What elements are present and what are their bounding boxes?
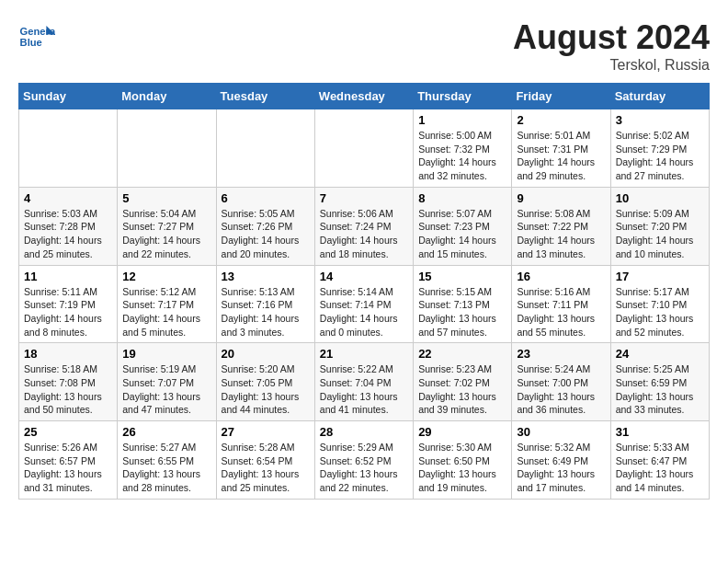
day-number: 2 xyxy=(517,113,605,127)
calendar-cell: 26Sunrise: 5:27 AMSunset: 6:55 PMDayligh… xyxy=(118,421,216,500)
calendar-week-3: 11Sunrise: 5:11 AMSunset: 7:19 PMDayligh… xyxy=(19,265,710,343)
weekday-header-friday: Friday xyxy=(512,84,610,109)
calendar-cell: 3Sunrise: 5:02 AMSunset: 7:29 PMDaylight… xyxy=(610,109,709,188)
day-number: 21 xyxy=(320,347,408,361)
calendar-cell: 9Sunrise: 5:08 AMSunset: 7:22 PMDaylight… xyxy=(512,187,610,265)
day-number: 18 xyxy=(24,347,112,361)
day-info: Sunrise: 5:15 AMSunset: 7:13 PMDaylight:… xyxy=(418,285,506,339)
weekday-row: SundayMondayTuesdayWednesdayThursdayFrid… xyxy=(19,84,710,109)
day-info: Sunrise: 5:07 AMSunset: 7:23 PMDaylight:… xyxy=(418,207,506,261)
day-number: 31 xyxy=(616,425,704,439)
title-block: August 2024 Terskol, Russia xyxy=(513,18,710,74)
day-info: Sunrise: 5:29 AMSunset: 6:52 PMDaylight:… xyxy=(320,441,408,495)
day-number: 13 xyxy=(222,270,310,283)
day-number: 12 xyxy=(122,270,210,283)
day-number: 30 xyxy=(517,425,605,439)
day-info: Sunrise: 5:09 AMSunset: 7:20 PMDaylight:… xyxy=(616,207,704,261)
day-number: 27 xyxy=(222,425,310,439)
day-info: Sunrise: 5:27 AMSunset: 6:55 PMDaylight:… xyxy=(122,441,210,495)
calendar-cell xyxy=(118,109,216,188)
calendar-cell: 29Sunrise: 5:30 AMSunset: 6:50 PMDayligh… xyxy=(414,421,512,500)
day-number: 7 xyxy=(320,191,408,205)
day-info: Sunrise: 5:24 AMSunset: 7:00 PMDaylight:… xyxy=(517,362,605,417)
day-info: Sunrise: 5:01 AMSunset: 7:31 PMDaylight:… xyxy=(517,129,605,183)
day-info: Sunrise: 5:00 AMSunset: 7:32 PMDaylight:… xyxy=(418,129,506,183)
day-number: 17 xyxy=(616,270,704,283)
day-info: Sunrise: 5:18 AMSunset: 7:08 PMDaylight:… xyxy=(24,362,112,417)
day-info: Sunrise: 5:22 AMSunset: 7:04 PMDaylight:… xyxy=(320,362,408,417)
day-info: Sunrise: 5:08 AMSunset: 7:22 PMDaylight:… xyxy=(517,207,605,261)
day-info: Sunrise: 5:16 AMSunset: 7:11 PMDaylight:… xyxy=(517,285,605,339)
day-info: Sunrise: 5:02 AMSunset: 7:29 PMDaylight:… xyxy=(616,129,704,183)
calendar-cell: 18Sunrise: 5:18 AMSunset: 7:08 PMDayligh… xyxy=(19,343,118,421)
day-info: Sunrise: 5:12 AMSunset: 7:17 PMDaylight:… xyxy=(122,285,210,339)
logo-icon: General Blue xyxy=(18,18,55,55)
calendar-cell: 2Sunrise: 5:01 AMSunset: 7:31 PMDaylight… xyxy=(512,109,610,188)
calendar-cell: 5Sunrise: 5:04 AMSunset: 7:27 PMDaylight… xyxy=(118,187,216,265)
month-year: August 2024 xyxy=(513,18,710,57)
day-info: Sunrise: 5:25 AMSunset: 6:59 PMDaylight:… xyxy=(616,362,704,417)
calendar-cell: 14Sunrise: 5:14 AMSunset: 7:14 PMDayligh… xyxy=(314,265,413,343)
calendar-cell: 11Sunrise: 5:11 AMSunset: 7:19 PMDayligh… xyxy=(19,265,118,343)
day-number: 6 xyxy=(222,191,310,205)
day-info: Sunrise: 5:30 AMSunset: 6:50 PMDaylight:… xyxy=(418,441,506,495)
calendar-cell: 15Sunrise: 5:15 AMSunset: 7:13 PMDayligh… xyxy=(414,265,512,343)
location: Terskol, Russia xyxy=(513,57,710,74)
weekday-header-sunday: Sunday xyxy=(19,84,118,109)
calendar-cell: 6Sunrise: 5:05 AMSunset: 7:26 PMDaylight… xyxy=(216,187,314,265)
day-number: 26 xyxy=(122,425,210,439)
day-number: 22 xyxy=(418,347,506,361)
calendar-cell: 16Sunrise: 5:16 AMSunset: 7:11 PMDayligh… xyxy=(512,265,610,343)
day-info: Sunrise: 5:33 AMSunset: 6:47 PMDaylight:… xyxy=(616,441,704,495)
day-number: 15 xyxy=(418,270,506,283)
day-number: 10 xyxy=(616,191,704,205)
calendar-cell: 25Sunrise: 5:26 AMSunset: 6:57 PMDayligh… xyxy=(19,421,118,500)
day-number: 4 xyxy=(24,191,112,205)
calendar-cell: 10Sunrise: 5:09 AMSunset: 7:20 PMDayligh… xyxy=(610,187,709,265)
day-info: Sunrise: 5:26 AMSunset: 6:57 PMDaylight:… xyxy=(24,441,112,495)
calendar-cell: 1Sunrise: 5:00 AMSunset: 7:32 PMDaylight… xyxy=(414,109,512,188)
calendar-cell xyxy=(216,109,314,188)
calendar-cell: 23Sunrise: 5:24 AMSunset: 7:00 PMDayligh… xyxy=(512,343,610,421)
day-info: Sunrise: 5:23 AMSunset: 7:02 PMDaylight:… xyxy=(418,362,506,417)
day-number: 29 xyxy=(418,425,506,439)
calendar-header: SundayMondayTuesdayWednesdayThursdayFrid… xyxy=(19,84,710,109)
day-info: Sunrise: 5:11 AMSunset: 7:19 PMDaylight:… xyxy=(24,285,112,339)
calendar-cell: 13Sunrise: 5:13 AMSunset: 7:16 PMDayligh… xyxy=(216,265,314,343)
day-info: Sunrise: 5:04 AMSunset: 7:27 PMDaylight:… xyxy=(122,207,210,261)
calendar-cell: 24Sunrise: 5:25 AMSunset: 6:59 PMDayligh… xyxy=(610,343,709,421)
day-number: 19 xyxy=(122,347,210,361)
day-info: Sunrise: 5:05 AMSunset: 7:26 PMDaylight:… xyxy=(222,207,310,261)
calendar-cell: 17Sunrise: 5:17 AMSunset: 7:10 PMDayligh… xyxy=(610,265,709,343)
calendar-week-5: 25Sunrise: 5:26 AMSunset: 6:57 PMDayligh… xyxy=(19,421,710,500)
day-info: Sunrise: 5:17 AMSunset: 7:10 PMDaylight:… xyxy=(616,285,704,339)
calendar-cell: 7Sunrise: 5:06 AMSunset: 7:24 PMDaylight… xyxy=(314,187,413,265)
calendar-table: SundayMondayTuesdayWednesdayThursdayFrid… xyxy=(18,83,710,500)
day-info: Sunrise: 5:28 AMSunset: 6:54 PMDaylight:… xyxy=(222,441,310,495)
day-info: Sunrise: 5:19 AMSunset: 7:07 PMDaylight:… xyxy=(122,362,210,417)
day-number: 8 xyxy=(418,191,506,205)
calendar-cell: 21Sunrise: 5:22 AMSunset: 7:04 PMDayligh… xyxy=(314,343,413,421)
svg-text:Blue: Blue xyxy=(20,37,42,48)
calendar-cell: 28Sunrise: 5:29 AMSunset: 6:52 PMDayligh… xyxy=(314,421,413,500)
calendar-body: 1Sunrise: 5:00 AMSunset: 7:32 PMDaylight… xyxy=(19,109,710,500)
day-info: Sunrise: 5:06 AMSunset: 7:24 PMDaylight:… xyxy=(320,207,408,261)
calendar-week-2: 4Sunrise: 5:03 AMSunset: 7:28 PMDaylight… xyxy=(19,187,710,265)
day-number: 14 xyxy=(320,270,408,283)
day-number: 25 xyxy=(24,425,112,439)
weekday-header-wednesday: Wednesday xyxy=(314,84,413,109)
day-number: 28 xyxy=(320,425,408,439)
calendar-cell: 30Sunrise: 5:32 AMSunset: 6:49 PMDayligh… xyxy=(512,421,610,500)
weekday-header-monday: Monday xyxy=(118,84,216,109)
calendar-cell: 19Sunrise: 5:19 AMSunset: 7:07 PMDayligh… xyxy=(118,343,216,421)
calendar-week-1: 1Sunrise: 5:00 AMSunset: 7:32 PMDaylight… xyxy=(19,109,710,188)
day-info: Sunrise: 5:13 AMSunset: 7:16 PMDaylight:… xyxy=(222,285,310,339)
day-info: Sunrise: 5:03 AMSunset: 7:28 PMDaylight:… xyxy=(24,207,112,261)
day-info: Sunrise: 5:20 AMSunset: 7:05 PMDaylight:… xyxy=(222,362,310,417)
calendar-cell: 4Sunrise: 5:03 AMSunset: 7:28 PMDaylight… xyxy=(19,187,118,265)
day-number: 3 xyxy=(616,113,704,127)
calendar-cell: 22Sunrise: 5:23 AMSunset: 7:02 PMDayligh… xyxy=(414,343,512,421)
day-info: Sunrise: 5:32 AMSunset: 6:49 PMDaylight:… xyxy=(517,441,605,495)
day-number: 5 xyxy=(122,191,210,205)
logo: General Blue xyxy=(18,18,55,55)
